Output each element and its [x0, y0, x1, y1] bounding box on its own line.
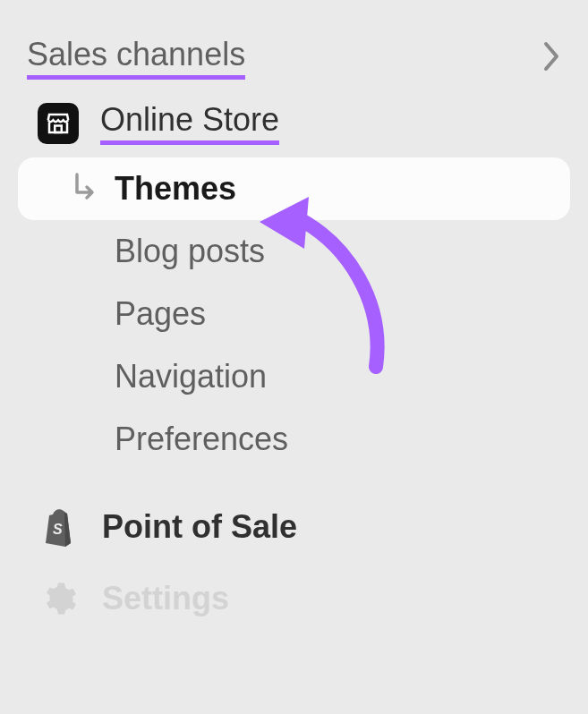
- sales-channels-header[interactable]: Sales channels: [27, 36, 561, 80]
- subitem-label: Themes: [115, 170, 236, 208]
- subitem-themes[interactable]: Themes: [18, 157, 570, 220]
- subitem-pages[interactable]: ↳ Pages: [18, 283, 570, 345]
- pos-label: Point of Sale: [102, 508, 297, 546]
- shopify-icon: S: [38, 506, 79, 548]
- subitem-blog-posts[interactable]: ↳ Blog posts: [18, 220, 570, 283]
- subitem-navigation[interactable]: ↳ Navigation: [18, 345, 570, 408]
- subitem-label: Pages: [115, 295, 206, 333]
- subitem-label: Navigation: [115, 358, 267, 395]
- channel-online-store[interactable]: Online Store: [38, 101, 561, 145]
- store-icon: [38, 103, 79, 144]
- channel-point-of-sale[interactable]: S Point of Sale: [38, 506, 561, 548]
- gear-icon: [38, 578, 79, 619]
- subitem-label: Blog posts: [115, 233, 265, 270]
- channel-label: Online Store: [100, 101, 279, 145]
- svg-text:S: S: [53, 522, 63, 537]
- subitem-label: Preferences: [115, 421, 288, 458]
- nav-settings[interactable]: Settings: [38, 578, 561, 619]
- section-title: Sales channels: [27, 36, 245, 80]
- svg-rect-0: [55, 125, 62, 132]
- subitem-preferences[interactable]: ↳ Preferences: [18, 408, 570, 471]
- child-arrow-icon: [72, 173, 97, 205]
- chevron-right-icon: [543, 41, 561, 75]
- settings-label: Settings: [102, 580, 229, 617]
